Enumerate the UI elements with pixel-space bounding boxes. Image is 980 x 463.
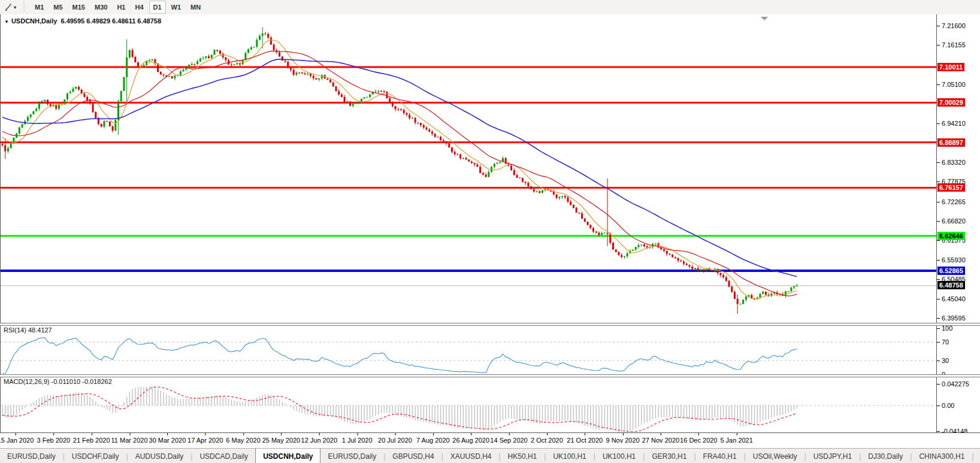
quote-low: 6.48611 bbox=[112, 17, 135, 25]
timeframe-button-w1[interactable]: W1 bbox=[167, 1, 186, 14]
rsi-tick-label: 30 bbox=[942, 357, 949, 365]
chart-tab-ger30-h1[interactable]: GER30,H1 bbox=[645, 449, 694, 463]
price-axis[interactable]: 7.216007.161557.100117.051007.000296.942… bbox=[937, 14, 980, 324]
cursor-tool-button[interactable]: ▾ bbox=[2, 0, 18, 14]
date-tick-label: 12 Jun 2020 bbox=[301, 437, 338, 444]
date-tick-label: 20 Jul 2020 bbox=[378, 437, 412, 444]
collapse-triangle-icon[interactable]: ▼ bbox=[4, 19, 9, 25]
price-tick-label: 7.16155 bbox=[942, 41, 966, 49]
level-price-badge: 7.10011 bbox=[937, 63, 964, 71]
main-chart-panel: ▼USDCNH,Daily 6.49595 6.49829 6.48611 6.… bbox=[0, 14, 980, 324]
chart-tab-eurusd-daily[interactable]: EURUSD,Daily bbox=[0, 449, 63, 463]
timeframe-buttons: M1M5M15M30H1H4D1W1MN bbox=[30, 1, 205, 14]
price-tick-label: 6.45040 bbox=[942, 295, 966, 303]
timeframe-button-d1[interactable]: D1 bbox=[149, 1, 166, 14]
chart-tab-usoil-weekly[interactable]: USOil,Weekly bbox=[746, 449, 804, 463]
rsi-label: RSI(14) 48.4127 bbox=[4, 326, 52, 334]
date-tick-label: 14 Sep 2020 bbox=[490, 437, 527, 444]
date-tick-label: 25 May 2020 bbox=[262, 437, 301, 444]
candlestick-chart-plot[interactable] bbox=[0, 14, 937, 324]
current-price-badge: 6.48758 bbox=[937, 281, 965, 289]
timeframe-toolbar: ▾ M1M5M15M30H1H4D1W1MN bbox=[0, 0, 980, 15]
chart-tab-dj30-daily[interactable]: DJ30,Daily bbox=[861, 449, 910, 463]
chart-tab-usdcad-daily[interactable]: USDCAD,Daily bbox=[192, 449, 255, 463]
toolbar-grip[interactable] bbox=[22, 2, 25, 13]
rsi-axis[interactable]: 10070300 bbox=[937, 325, 980, 375]
price-tick-label: 6.72265 bbox=[942, 198, 966, 206]
date-tick-label: 21 Feb 2020 bbox=[73, 437, 110, 444]
rsi-tick-label: 70 bbox=[942, 338, 949, 346]
timeframe-button-h4[interactable]: H4 bbox=[131, 1, 147, 14]
date-tick-label: 11 Mar 2020 bbox=[111, 437, 148, 444]
chevron-down-icon: ▾ bbox=[14, 5, 16, 10]
chart-tab-usoil-[interactable]: USOil, bbox=[974, 449, 980, 463]
quote-high: 6.49829 bbox=[86, 17, 110, 25]
axis-separator-line bbox=[936, 14, 937, 432]
date-tick-label: 21 Oct 2020 bbox=[567, 437, 603, 444]
date-tick-label: 2 Oct 2020 bbox=[531, 437, 563, 444]
chart-tab-usdjpy-h1[interactable]: USDJPY,H1 bbox=[806, 449, 859, 463]
panel-splitter-rsi[interactable] bbox=[0, 323, 980, 326]
date-tick-label: 26 Aug 2020 bbox=[452, 437, 489, 444]
rsi-panel: RSI(14) 48.4127 10070300 bbox=[0, 325, 980, 375]
price-tick-label: 7.05100 bbox=[942, 81, 966, 89]
chart-tab-usdcnh-daily[interactable]: USDCNH,Daily bbox=[255, 449, 320, 463]
chart-symbol-label: USDCNH,Daily bbox=[11, 17, 57, 25]
mt4-window: ▾ M1M5M15M30H1H4D1W1MN ▼USDCNH,Daily 6.4… bbox=[0, 0, 980, 463]
date-tick-label: 5 Jan 2021 bbox=[720, 437, 752, 444]
macd-chart-plot[interactable] bbox=[0, 377, 937, 432]
price-tick-label: 6.66820 bbox=[942, 217, 966, 225]
chart-tab-gbpusd-h4[interactable]: GBPUSD,H4 bbox=[385, 449, 441, 463]
chart-title: ▼USDCNH,Daily 6.49595 6.49829 6.48611 6.… bbox=[4, 17, 161, 25]
date-tick-label: 16 Dec 2020 bbox=[680, 437, 717, 444]
date-tick-label: 7 Aug 2020 bbox=[416, 437, 450, 444]
chart-tabbar: EURUSD,Daily|USDCHF,Daily|AUDUSD,Daily|U… bbox=[0, 448, 980, 463]
date-tick-label: 30 Mar 2020 bbox=[149, 437, 186, 444]
date-tick-label: 1 Jul 2020 bbox=[342, 437, 373, 444]
macd-tick-label: 0.00 bbox=[942, 402, 954, 410]
timeframe-button-m5[interactable]: M5 bbox=[49, 1, 66, 14]
quote-open: 6.49595 bbox=[61, 17, 84, 25]
macd-label: MACD(12,26,9) -0.011010 -0.018262 bbox=[4, 378, 112, 385]
chart-tab-eurusd-daily[interactable]: EURUSD,Daily bbox=[320, 449, 383, 463]
macd-tick-label: 0.042275 bbox=[942, 380, 969, 388]
level-price-badge: 6.88897 bbox=[937, 138, 965, 147]
chart-tab-usdchf-daily[interactable]: USDCHF,Daily bbox=[65, 449, 126, 463]
price-tick-label: 6.94210 bbox=[942, 120, 966, 128]
level-price-badge: 6.62646 bbox=[937, 232, 965, 240]
quote-close: 6.48758 bbox=[137, 17, 161, 25]
panel-splitter-macd[interactable] bbox=[0, 374, 980, 377]
rsi-chart-plot[interactable] bbox=[0, 325, 937, 375]
chart-tab-audusd-daily[interactable]: AUDUSD,Daily bbox=[128, 449, 191, 463]
crosshair-icon bbox=[4, 3, 13, 11]
date-tick-label: 15 Jan 2020 bbox=[0, 437, 34, 444]
date-tick-label: 6 May 2020 bbox=[226, 437, 260, 444]
date-tick-label: 9 Nov 2020 bbox=[606, 437, 639, 444]
price-tick-label: 6.83320 bbox=[942, 159, 966, 167]
chart-tab-xauusd-h4[interactable]: XAUUSD,H4 bbox=[443, 449, 499, 463]
level-price-badge: 6.52865 bbox=[937, 267, 965, 275]
date-tick-label: 27 Nov 2020 bbox=[642, 437, 679, 444]
timeframe-button-m1[interactable]: M1 bbox=[31, 1, 48, 14]
date-tick-label: 17 Apr 2020 bbox=[187, 437, 223, 444]
chart-tab-uk100-h1[interactable]: UK100,H1 bbox=[546, 449, 593, 463]
date-tick-label: 3 Feb 2020 bbox=[37, 437, 71, 444]
macd-panel: MACD(12,26,9) -0.011010 -0.018262 0.0422… bbox=[0, 377, 980, 432]
timeframe-button-m30[interactable]: M30 bbox=[90, 1, 111, 14]
chart-tab-hk50-h1[interactable]: HK50,H1 bbox=[501, 449, 545, 463]
macd-axis[interactable]: 0.0422750.00-0.04148 bbox=[937, 377, 980, 432]
chart-tab-china300-h1[interactable]: CHINA300,H1 bbox=[912, 449, 972, 463]
timeframe-button-m15[interactable]: M15 bbox=[68, 1, 89, 14]
level-price-badge: 7.00029 bbox=[937, 98, 965, 107]
timeframe-button-h1[interactable]: H1 bbox=[113, 1, 129, 14]
price-tick-label: 6.55930 bbox=[942, 256, 966, 264]
price-tick-label: 7.21600 bbox=[942, 22, 966, 30]
timeframe-button-mn[interactable]: MN bbox=[186, 1, 205, 14]
level-price-badge: 6.76157 bbox=[937, 183, 965, 192]
price-tick-label: 6.39595 bbox=[942, 314, 966, 322]
chart-tab-uk100-h1[interactable]: UK100,H1 bbox=[595, 449, 643, 463]
date-axis[interactable]: 15 Jan 20203 Feb 202021 Feb 202011 Mar 2… bbox=[0, 432, 980, 449]
chart-tab-fra40-h1[interactable]: FRA40,H1 bbox=[696, 449, 744, 463]
